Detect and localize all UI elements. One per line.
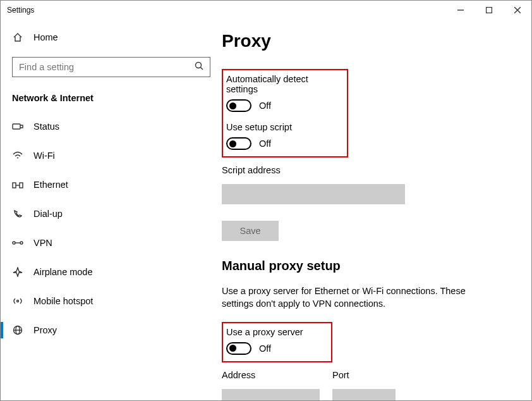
- maximize-button[interactable]: [475, 1, 503, 20]
- main-content: Proxy Automatically detect settings Off …: [222, 20, 531, 400]
- sidebar-item-ethernet[interactable]: Ethernet: [1, 170, 222, 199]
- sidebar-item-label: Ethernet: [33, 180, 68, 190]
- home-label: Home: [33, 32, 58, 42]
- search-input[interactable]: [19, 62, 171, 72]
- sidebar-item-status[interactable]: Status: [1, 112, 222, 141]
- sidebar-item-label: Wi-Fi: [33, 151, 55, 161]
- dialup-icon: [12, 209, 23, 218]
- svg-rect-7: [13, 183, 16, 188]
- wifi-icon: [12, 151, 23, 160]
- save-button[interactable]: Save: [222, 221, 279, 241]
- script-address-input[interactable]: [222, 184, 405, 204]
- home-link[interactable]: Home: [1, 25, 222, 50]
- ethernet-icon: [12, 180, 23, 189]
- setup-script-label: Use setup script: [226, 122, 341, 132]
- sidebar-item-dialup[interactable]: Dial-up: [1, 199, 222, 228]
- script-address-label: Script address: [222, 165, 512, 175]
- sidebar-item-label: Status: [33, 121, 59, 132]
- port-input[interactable]: [332, 389, 396, 401]
- status-icon: [12, 122, 23, 131]
- sidebar-item-label: Dial-up: [33, 209, 63, 219]
- auto-detect-toggle[interactable]: [226, 99, 251, 112]
- sidebar-item-hotspot[interactable]: Mobile hotspot: [1, 287, 222, 316]
- use-proxy-toggle[interactable]: [226, 342, 251, 355]
- page-heading: Proxy: [222, 31, 512, 51]
- setup-script-toggle[interactable]: [226, 137, 251, 150]
- sidebar-item-airplane[interactable]: Airplane mode: [1, 257, 222, 287]
- sidebar-item-label: Airplane mode: [33, 267, 93, 277]
- sidebar-item-wifi[interactable]: Wi-Fi: [1, 141, 222, 170]
- search-input-wrap[interactable]: [12, 57, 210, 77]
- auto-detect-state: Off: [259, 101, 271, 111]
- sidebar-item-vpn[interactable]: VPN: [1, 228, 222, 257]
- sidebar-item-label: Mobile hotspot: [33, 296, 93, 306]
- setup-script-state: Off: [259, 139, 271, 149]
- svg-point-10: [13, 242, 15, 244]
- minimize-button[interactable]: [446, 1, 475, 20]
- airplane-icon: [12, 267, 23, 277]
- sidebar-item-label: VPN: [33, 238, 52, 248]
- svg-rect-8: [20, 183, 23, 188]
- auto-detect-label: Automatically detect settings: [226, 74, 341, 94]
- use-proxy-state: Off: [259, 343, 271, 354]
- vpn-icon: [12, 238, 23, 247]
- svg-point-13: [17, 300, 19, 302]
- svg-point-4: [196, 63, 202, 68]
- svg-point-11: [20, 242, 23, 244]
- manual-heading: Manual proxy setup: [222, 259, 512, 273]
- search-icon: [195, 61, 203, 73]
- highlight-box-manual: Use a proxy server Off: [222, 322, 332, 362]
- use-proxy-label: Use a proxy server: [226, 327, 325, 337]
- svg-rect-1: [486, 8, 492, 13]
- sidebar-item-label: Proxy: [33, 325, 57, 335]
- address-label: Address: [222, 370, 320, 380]
- hotspot-icon: [12, 297, 23, 305]
- home-icon: [12, 32, 23, 42]
- sidebar-item-proxy[interactable]: Proxy: [1, 316, 222, 345]
- section-title: Network & Internet: [1, 82, 222, 112]
- sidebar: Home Network & Internet Status Wi-Fi Eth…: [1, 20, 222, 400]
- close-button[interactable]: [503, 1, 531, 20]
- address-input[interactable]: [222, 389, 320, 401]
- svg-line-5: [201, 68, 203, 70]
- highlight-box-auto: Automatically detect settings Off Use se…: [222, 69, 348, 157]
- proxy-icon: [12, 325, 23, 335]
- port-label: Port: [332, 370, 396, 380]
- svg-rect-6: [13, 124, 20, 129]
- manual-desc: Use a proxy server for Ethernet or Wi-Fi…: [222, 285, 487, 311]
- window-title: Settings: [7, 6, 446, 15]
